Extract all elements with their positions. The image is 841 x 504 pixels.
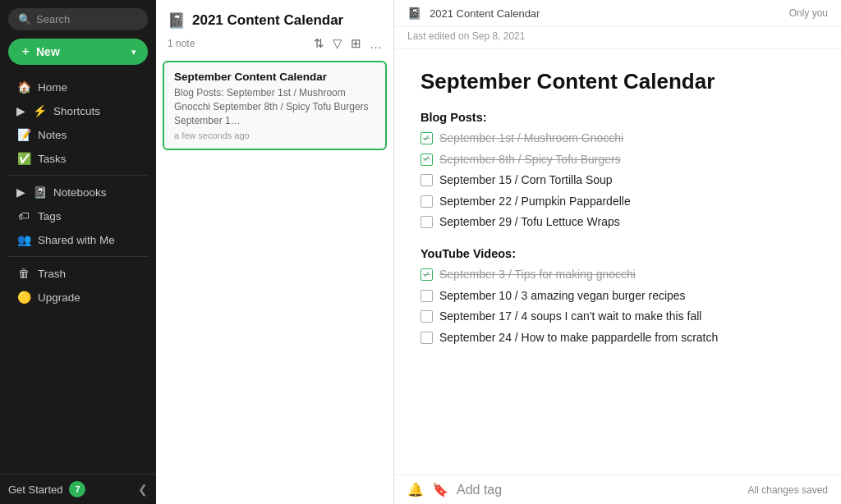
editor-notebook-icon: 📓 (407, 7, 421, 20)
blog-posts-list: ✓ September 1st / Mushroom Gnocchi ✓ Sep… (420, 131, 815, 231)
list-item-text: September 10 / 3 amazing vegan burger re… (439, 288, 686, 305)
sidebar-item-label: Tasks (38, 153, 67, 165)
list-item-text: September 22 / Pumpkin Pappardelle (439, 194, 631, 210)
notebook-icon: 📓 (168, 11, 186, 30)
save-status: All changes saved (748, 484, 828, 496)
search-bar[interactable]: 🔍 Search (8, 8, 148, 30)
list-item-text: September 24 / How to make pappardelle f… (439, 330, 718, 346)
list-item-text: September 8th / Spicy Tofu Burgers (439, 152, 621, 168)
document-title[interactable]: September Content Calendar (420, 69, 815, 94)
list-actions: ⇅ ▽ ⊞ … (314, 36, 382, 51)
filter-icon[interactable]: ▽ (333, 36, 342, 51)
sidebar-item-home[interactable]: 🏠 Home (5, 76, 151, 99)
sidebar-item-label: Upgrade (38, 291, 80, 304)
get-started-button[interactable]: Get Started 7 (8, 481, 85, 497)
list-item[interactable]: September 22 / Pumpkin Pappardelle (420, 194, 815, 210)
sidebar-item-label: Home (38, 81, 67, 94)
sidebar-item-label: Shared with Me (38, 234, 115, 246)
sidebar-item-upgrade[interactable]: 🟡 Upgrade (5, 286, 151, 309)
sidebar-item-label: Tags (38, 210, 62, 222)
sidebar-item-tags[interactable]: 🏷 Tags (5, 204, 151, 227)
new-button-label: New (36, 45, 60, 58)
sidebar-item-shared[interactable]: 👥 Shared with Me (5, 228, 151, 251)
sidebar-item-trash[interactable]: 🗑 Trash (5, 262, 151, 285)
upgrade-icon: 🟡 (16, 291, 31, 304)
sidebar-item-notebooks[interactable]: ▶ 📓 Notebooks (5, 181, 151, 204)
chevron-down-icon: ▾ (131, 47, 136, 57)
youtube-videos-list: ✓ September 3 / Tips for making gnocchi … (420, 267, 815, 346)
view-toggle-icon[interactable]: ⊞ (351, 36, 361, 51)
sidebar-nav: 🏠 Home ▶ ⚡ Shortcuts 📝 Notes ✅ Tasks ▶ 📓… (0, 75, 156, 309)
note-list-panel: 📓 2021 Content Calendar 1 note ⇅ ▽ ⊞ … S… (156, 0, 394, 504)
section-label-blog: Blog Posts: (420, 111, 815, 124)
list-item-text: September 15 / Corn Tortilla Soup (439, 172, 613, 189)
list-item[interactable]: ✓ September 3 / Tips for making gnocchi (420, 267, 815, 283)
list-item-text: September 1st / Mushroom Gnocchi (439, 131, 623, 147)
note-count: 1 note (168, 38, 195, 49)
new-button[interactable]: ＋ New ▾ (8, 39, 148, 65)
sidebar-item-tasks[interactable]: ✅ Tasks (5, 147, 151, 170)
search-icon: 🔍 (18, 13, 31, 25)
add-tag-button[interactable]: Add tag (457, 483, 502, 497)
trash-icon: 🗑 (16, 267, 31, 280)
sort-icon[interactable]: ⇅ (314, 36, 324, 51)
list-item[interactable]: ✓ September 8th / Spicy Tofu Burgers (420, 152, 815, 168)
checkbox-unchecked[interactable] (420, 174, 433, 186)
list-item-text: September 17 / 4 soups I can't wait to m… (439, 309, 701, 325)
more-options-icon[interactable]: … (370, 37, 382, 51)
section-label-youtube: YouTube Videos: (420, 247, 815, 260)
editor-topbar: 📓 2021 Content Calendar Only you (394, 0, 841, 27)
shortcuts-icon: ⚡ (32, 104, 47, 117)
checkbox-unchecked[interactable] (420, 332, 433, 344)
list-item[interactable]: September 10 / 3 amazing vegan burger re… (420, 288, 815, 305)
note-card-title: September Content Calendar (174, 71, 375, 83)
home-icon: 🏠 (16, 80, 31, 94)
editor-footer: 🔔 🔖 Add tag All changes saved (394, 474, 841, 504)
sidebar: 🔍 Search ＋ New ▾ 🏠 Home ▶ ⚡ Shortcuts 📝 … (0, 0, 156, 504)
bookmark-icon[interactable]: 🔖 (432, 482, 448, 497)
checkbox-checked[interactable]: ✓ (420, 132, 433, 144)
checkbox-unchecked[interactable] (420, 216, 433, 228)
checkbox-unchecked[interactable] (420, 290, 433, 302)
bell-icon[interactable]: 🔔 (407, 482, 424, 497)
note-card-time: a few seconds ago (174, 131, 375, 140)
list-item[interactable]: September 15 / Corn Tortilla Soup (420, 172, 815, 189)
notebook-title: 2021 Content Calendar (192, 12, 343, 29)
note-card[interactable]: September Content Calendar Blog Posts: S… (163, 61, 387, 150)
sidebar-item-notes[interactable]: 📝 Notes (5, 123, 151, 146)
note-list-subheader: 1 note ⇅ ▽ ⊞ … (156, 34, 393, 57)
sidebar-item-shortcuts[interactable]: ▶ ⚡ Shortcuts (5, 99, 151, 122)
footer-left: 🔔 🔖 Add tag (407, 482, 502, 497)
list-item[interactable]: September 17 / 4 soups I can't wait to m… (420, 309, 815, 325)
notebooks-icon: 📓 (32, 186, 47, 199)
list-item[interactable]: September 29 / Tofu Lettuce Wraps (420, 214, 815, 231)
sidebar-item-label: Trash (38, 268, 66, 280)
tasks-icon: ✅ (16, 152, 31, 165)
expand-arrow-icon: ▶ (16, 104, 25, 117)
last-edited-label: Last edited on Sep 8, 2021 (407, 30, 525, 42)
checkbox-checked[interactable]: ✓ (420, 153, 433, 166)
checkbox-checked[interactable]: ✓ (420, 268, 433, 281)
sidebar-item-label: Notebooks (53, 186, 107, 199)
note-list-header: 📓 2021 Content Calendar (156, 0, 393, 34)
plus-icon: ＋ (20, 44, 31, 59)
sidebar-bottom: Get Started 7 ❮ (0, 474, 156, 504)
editor-content: September Content Calendar Blog Posts: ✓… (394, 49, 841, 474)
note-card-preview: Blog Posts: September 1st / Mushroom Gno… (174, 86, 375, 127)
editor-breadcrumb-area: 📓 2021 Content Calendar (407, 7, 540, 20)
collapse-sidebar-button[interactable]: ❮ (138, 483, 148, 496)
list-item[interactable]: ✓ September 1st / Mushroom Gnocchi (420, 131, 815, 147)
expand-arrow-icon: ▶ (16, 186, 25, 199)
tags-icon: 🏷 (16, 209, 31, 222)
get-started-label: Get Started (8, 483, 62, 496)
list-item-text: September 3 / Tips for making gnocchi (439, 267, 636, 283)
checkbox-unchecked[interactable] (420, 195, 433, 208)
checkbox-unchecked[interactable] (420, 310, 433, 323)
editor-meta: Last edited on Sep 8, 2021 (394, 27, 841, 49)
sidebar-divider (8, 175, 148, 176)
editor-breadcrumb[interactable]: 2021 Content Calendar (430, 7, 540, 20)
search-label: Search (36, 13, 70, 25)
list-item[interactable]: September 24 / How to make pappardelle f… (420, 330, 815, 346)
sidebar-divider (8, 256, 148, 257)
editor-visibility: Only you (789, 7, 828, 19)
